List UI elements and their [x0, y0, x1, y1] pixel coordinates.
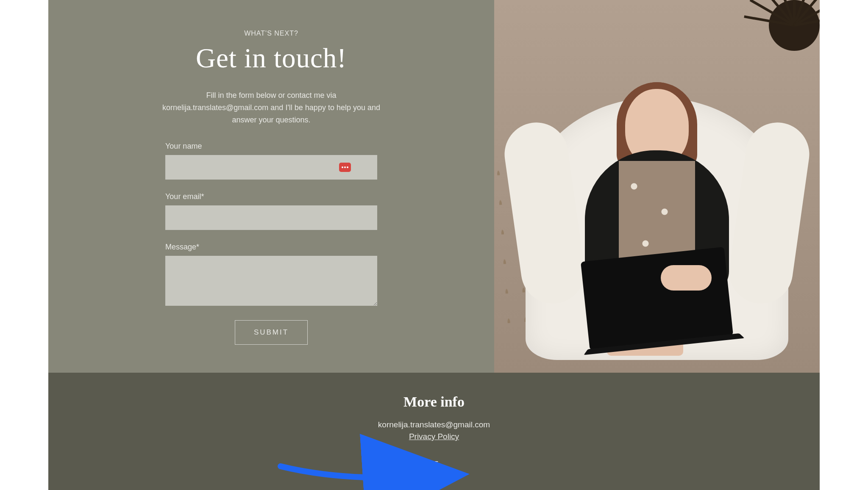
- contact-heading: Get in touch!: [196, 42, 347, 74]
- contact-form-column: WHAT'S NEXT? Get in touch! Fill in the f…: [48, 0, 494, 373]
- footer-heading: More info: [48, 394, 820, 410]
- sunburst-decoration-icon: [743, 0, 820, 76]
- privacy-policy-link[interactable]: Privacy Policy: [409, 432, 459, 441]
- portrait-image: [494, 0, 820, 373]
- contact-section: WHAT'S NEXT? Get in touch! Fill in the f…: [48, 0, 820, 373]
- message-label: Message*: [165, 243, 377, 252]
- footer-email: kornelija.translates@gmail.com: [48, 420, 820, 429]
- language-switch-link[interactable]: LT: [429, 460, 439, 469]
- submit-button[interactable]: SUBMIT: [235, 320, 308, 345]
- submit-wrapper: SUBMIT: [165, 320, 377, 345]
- message-textarea[interactable]: [165, 256, 377, 306]
- name-field-group: Your name: [165, 142, 377, 180]
- footer: More info kornelija.translates@gmail.com…: [48, 373, 820, 490]
- name-input-wrapper: [165, 155, 377, 180]
- contact-intro: Fill in the form below or contact me via…: [161, 89, 381, 126]
- contact-form: Your name Your email* Message*: [165, 142, 377, 345]
- email-field-group: Your email*: [165, 192, 377, 230]
- password-manager-icon[interactable]: [339, 163, 351, 172]
- message-field-group: Message*: [165, 243, 377, 307]
- email-label: Your email*: [165, 192, 377, 201]
- email-input[interactable]: [165, 205, 377, 230]
- eyebrow-text: WHAT'S NEXT?: [244, 30, 298, 37]
- portrait-illustration: [494, 0, 820, 373]
- page-wrapper: WHAT'S NEXT? Get in touch! Fill in the f…: [48, 0, 820, 490]
- name-label: Your name: [165, 142, 377, 151]
